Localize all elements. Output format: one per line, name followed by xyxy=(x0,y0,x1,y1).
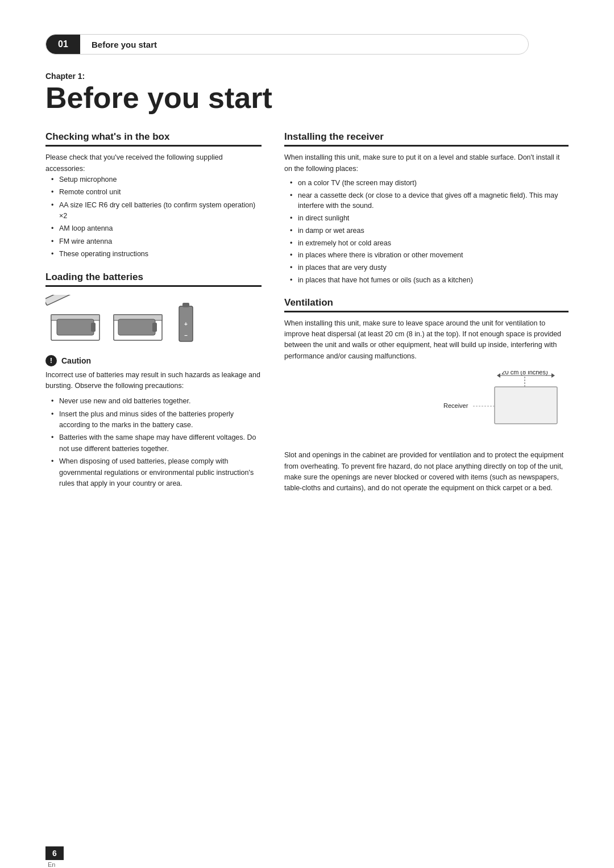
ventilation-body2: Slot and openings in the cabinet are pro… xyxy=(284,450,569,494)
chapter-label: Chapter 1: xyxy=(45,72,569,81)
list-item: in places where there is vibration or ot… xyxy=(290,250,569,261)
svg-text:20 cm (8 inches): 20 cm (8 inches) xyxy=(501,371,547,375)
svg-marker-15 xyxy=(551,373,555,378)
left-column: Checking what's in the box Please check … xyxy=(45,131,262,506)
page-wrapper: 01 Before you start Chapter 1: Before yo… xyxy=(0,34,614,868)
svg-text:–: – xyxy=(184,332,188,339)
svg-rect-18 xyxy=(495,387,557,424)
list-item: Never use new and old batteries together… xyxy=(51,396,262,407)
caution-header: ! Caution xyxy=(45,355,262,366)
caution-intro: Incorrect use of batteries may result in… xyxy=(45,370,262,392)
ventilation-body: When installing this unit, make sure to … xyxy=(284,318,569,362)
list-item: Batteries with the same shape may have d… xyxy=(51,432,262,454)
main-title: Before you start xyxy=(45,82,569,114)
list-item: in direct sunlight xyxy=(290,213,569,224)
installing-section: Installing the receiver When installing … xyxy=(284,131,569,286)
loading-section: Loading the batteries xyxy=(45,272,262,490)
svg-text:Receiver: Receiver xyxy=(443,402,468,409)
caution-box: ! Caution Incorrect use of batteries may… xyxy=(45,355,262,490)
svg-marker-14 xyxy=(497,373,500,378)
list-item: AA size IEC R6 dry cell batteries (to co… xyxy=(51,200,262,222)
battery-illustration: + – xyxy=(45,295,262,346)
svg-rect-4 xyxy=(91,323,96,332)
chapter-number: 01 xyxy=(46,35,80,54)
ventilation-svg: 20 cm (8 inches) Receiver xyxy=(443,371,569,439)
loading-section-header: Loading the batteries xyxy=(45,272,262,287)
right-column: Installing the receiver When installing … xyxy=(284,131,569,506)
checking-title: Checking what's in the box xyxy=(45,131,169,142)
ventilation-section: Ventilation When installing this unit, m… xyxy=(284,297,569,494)
chapter-header-title: Before you start xyxy=(80,35,168,54)
ventilation-title: Ventilation xyxy=(284,297,333,308)
list-item: on a color TV (the screen may distort) xyxy=(290,178,569,189)
page-number-area: 6 En xyxy=(45,846,64,868)
caution-title: Caution xyxy=(61,356,91,365)
svg-rect-8 xyxy=(152,323,157,332)
list-item: in damp or wet areas xyxy=(290,226,569,236)
svg-rect-10 xyxy=(182,303,189,307)
caution-list: Never use new and old batteries together… xyxy=(45,396,262,489)
page-language: En xyxy=(48,861,55,868)
list-item: near a cassette deck (or close to a devi… xyxy=(290,190,569,212)
caution-icon: ! xyxy=(45,355,57,366)
list-item: in extremely hot or cold areas xyxy=(290,238,569,249)
installing-list: on a color TV (the screen may distort) n… xyxy=(284,178,569,286)
ventilation-header: Ventilation xyxy=(284,297,569,312)
svg-rect-2 xyxy=(45,295,90,306)
svg-rect-3 xyxy=(57,319,94,335)
svg-rect-7 xyxy=(118,319,155,335)
checking-section: Checking what's in the box Please check … xyxy=(45,131,262,260)
checking-intro: Please check that you've received the fo… xyxy=(45,152,262,174)
ventilation-text2: Slot and openings in the cabinet are pro… xyxy=(284,450,569,494)
list-item: AM loop antenna xyxy=(51,223,262,234)
ventilation-diagram-area: 20 cm (8 inches) Receiver xyxy=(284,371,569,441)
list-item: in places that are very dusty xyxy=(290,262,569,273)
checking-section-header: Checking what's in the box xyxy=(45,131,262,147)
list-item: Setup microphone xyxy=(51,174,262,185)
svg-text:+: + xyxy=(184,321,188,327)
list-item: These operating instructions xyxy=(51,249,262,260)
loading-title: Loading the batteries xyxy=(45,272,143,282)
battery-svg: + – xyxy=(45,295,239,346)
main-title-area: Chapter 1: Before you start xyxy=(45,72,569,114)
installing-title: Installing the receiver xyxy=(284,131,384,142)
list-item: Insert the plus and minus sides of the b… xyxy=(51,409,262,431)
content-columns: Checking what's in the box Please check … xyxy=(45,131,569,506)
list-item: in places that have hot fumes or oils (s… xyxy=(290,275,569,286)
installing-header: Installing the receiver xyxy=(284,131,569,147)
page-number-box: 6 xyxy=(45,846,64,860)
checking-section-body: Please check that you've received the fo… xyxy=(45,152,262,260)
list-item: Remote control unit xyxy=(51,187,262,198)
checking-list: Setup microphone Remote control unit AA … xyxy=(45,174,262,260)
ventilation-diagram: 20 cm (8 inches) Receiver xyxy=(443,371,569,441)
chapter-header-bar: 01 Before you start xyxy=(45,34,529,55)
installing-body: When installing this unit, make sure to … xyxy=(284,152,569,286)
ventilation-text: When installing this unit, make sure to … xyxy=(284,318,569,362)
caution-body: Incorrect use of batteries may result in… xyxy=(45,370,262,490)
list-item: When disposing of used batteries, please… xyxy=(51,456,262,489)
installing-intro: When installing this unit, make sure to … xyxy=(284,152,569,174)
list-item: FM wire antenna xyxy=(51,236,262,247)
